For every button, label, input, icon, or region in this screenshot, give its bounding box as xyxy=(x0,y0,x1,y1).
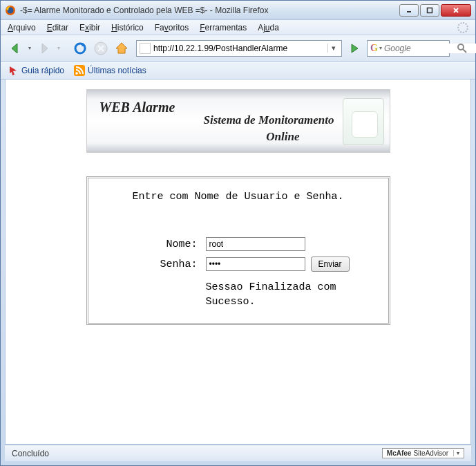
back-button[interactable] xyxy=(6,39,24,57)
reload-button[interactable] xyxy=(71,39,89,57)
banner: WEB Alarme Sistema de Monitoramento Onli… xyxy=(86,89,390,153)
go-button[interactable] xyxy=(348,41,361,55)
url-dropdown[interactable]: ▾ xyxy=(327,44,339,53)
login-form: Nome: Senha: Enviar Sessao Finalizada co… xyxy=(95,237,381,309)
svg-rect-3 xyxy=(428,8,432,12)
svg-marker-13 xyxy=(116,43,127,53)
svg-point-15 xyxy=(458,44,464,50)
window-controls xyxy=(399,4,471,17)
bookmarks-bar: Guia rápido Últimas notícias xyxy=(1,62,475,80)
status-message: Sessao Finalizada com Sucesso. xyxy=(206,280,362,309)
svg-point-18 xyxy=(75,72,78,75)
svg-rect-17 xyxy=(74,65,85,76)
senha-label: Senha: xyxy=(115,259,198,270)
content-area: WEB Alarme Sistema de Monitoramento Onli… xyxy=(5,80,471,445)
menu-ajuda[interactable]: Ajuda xyxy=(258,23,279,32)
siteadvisor-badge[interactable]: McAfee SiteAdvisor ▾ xyxy=(382,448,464,458)
close-button[interactable] xyxy=(441,4,471,17)
page: WEB Alarme Sistema de Monitoramento Onli… xyxy=(6,80,470,325)
enviar-button[interactable]: Enviar xyxy=(311,257,350,272)
menu-historico[interactable]: Histórico xyxy=(111,23,144,32)
login-heading: Entre com Nome de Usuario e Senha. xyxy=(95,191,381,203)
bookmark-ultimas-noticias[interactable]: Últimas notícias xyxy=(74,65,146,76)
svg-line-16 xyxy=(463,49,466,53)
statusbar: Concluído McAfee SiteAdvisor ▾ xyxy=(5,445,471,461)
maximize-button[interactable] xyxy=(420,4,439,17)
senha-input[interactable] xyxy=(206,257,305,271)
menu-arquivo[interactable]: Arquivo xyxy=(8,23,36,32)
rss-icon xyxy=(74,65,85,76)
stop-button[interactable] xyxy=(92,39,110,57)
nav-toolbar: ▾ ▾ ▾ G ▾ xyxy=(1,35,475,62)
home-button[interactable] xyxy=(113,39,131,57)
nome-label: Nome: xyxy=(115,239,198,250)
google-icon: G xyxy=(370,43,378,54)
forward-dropdown[interactable]: ▾ xyxy=(57,45,60,51)
window-title: -$= Alarme Monitorado e Controlado pela … xyxy=(20,6,399,15)
banner-subtitle2: Online xyxy=(266,130,299,144)
banner-brand: WEB Alarme xyxy=(99,100,175,115)
pointer-icon xyxy=(8,65,19,76)
svg-marker-6 xyxy=(12,44,17,53)
menu-editar[interactable]: Editar xyxy=(47,23,68,32)
browser-window: -$= Alarme Monitorado e Controlado pela … xyxy=(0,0,476,466)
menu-exibir[interactable]: Exibir xyxy=(79,23,100,32)
search-engine-dropdown[interactable]: ▾ xyxy=(379,45,382,51)
firefox-icon xyxy=(5,5,16,16)
menu-favoritos[interactable]: Favoritos xyxy=(155,23,189,32)
menubar: Arquivo Editar Exibir Histórico Favorito… xyxy=(1,20,475,35)
sensor-image xyxy=(343,98,384,145)
titlebar: -$= Alarme Monitorado e Controlado pela … xyxy=(1,1,475,20)
minimize-button[interactable] xyxy=(399,4,419,17)
svg-marker-14 xyxy=(352,44,358,53)
search-go-button[interactable] xyxy=(455,41,470,56)
url-bar[interactable]: ▾ xyxy=(136,40,342,57)
url-input[interactable] xyxy=(153,44,327,53)
siteadvisor-dropdown[interactable]: ▾ xyxy=(453,450,459,456)
banner-subtitle1: Sistema de Monitoramento xyxy=(204,113,334,127)
search-bar[interactable]: G ▾ xyxy=(367,40,450,57)
forward-button[interactable] xyxy=(35,39,53,57)
bookmark-guia-rapido[interactable]: Guia rápido xyxy=(8,65,64,76)
login-box: Entre com Nome de Usuario e Senha. Nome:… xyxy=(86,176,390,325)
page-icon xyxy=(140,43,151,54)
nome-input[interactable] xyxy=(206,237,305,251)
menu-ferramentas[interactable]: Ferramentas xyxy=(200,23,247,32)
status-text: Concluído xyxy=(12,449,49,458)
throbber-icon xyxy=(457,22,468,33)
back-dropdown[interactable]: ▾ xyxy=(28,45,31,51)
svg-marker-7 xyxy=(42,44,48,53)
